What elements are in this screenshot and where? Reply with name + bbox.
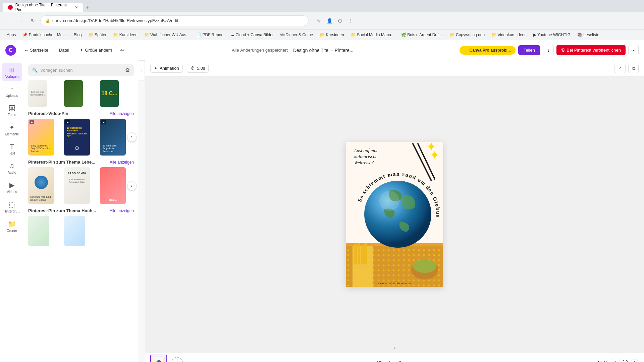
template-card-hoch2[interactable]	[64, 216, 85, 246]
bookmark-copywriting[interactable]: 📁 Copywriting neu	[447, 32, 487, 38]
animation-btn[interactable]: ✦ Animation	[150, 64, 183, 73]
video-pin-grid: ▶ Easy Valentines Day DIY Cards for Frie…	[28, 119, 134, 156]
tool-videos[interactable]: ▶ Videos	[2, 178, 22, 196]
menu-btn[interactable]: ⋮	[346, 16, 356, 25]
bookmark-pdf[interactable]: 📄 PDF Report	[194, 32, 226, 38]
clock-icon: ⏱	[191, 66, 195, 71]
template-card-hanukkah[interactable]: ▶ 18 Thoughtful Hanukkah Presents You Ca…	[64, 119, 90, 156]
bookmark-youtube[interactable]: ▶ Youtube WICHTIG	[531, 32, 573, 38]
canvas-viewport[interactable]: So schlemmt man rund um den Globus Lust …	[145, 76, 644, 353]
active-tab[interactable]: Design ohne Titel – Pinterest Pin ✕	[3, 3, 83, 12]
profile-btn[interactable]: 👤	[325, 16, 334, 25]
see-all-hoch[interactable]: Alle anzeigen	[110, 208, 134, 213]
new-tab-btn[interactable]: +	[83, 3, 91, 11]
bookmark-btn[interactable]: ☆	[314, 16, 323, 25]
svg-point-13	[364, 181, 431, 248]
bookmark-videokurs[interactable]: 📁 Videokurs Ideen	[489, 32, 529, 38]
bookmark-leseliste[interactable]: 📚 Leseliste	[575, 32, 602, 38]
svg-point-11	[413, 259, 436, 273]
more-options-btn[interactable]: ⋯	[628, 45, 639, 55]
tool-audio[interactable]: ♫ Audio	[2, 159, 22, 177]
tool-label-vorlagen: Vorlagen	[5, 75, 18, 78]
tool-more[interactable]: ⋯	[2, 357, 22, 362]
help-btn[interactable]: ?	[631, 359, 639, 362]
tool-fotos[interactable]: 🖼 Fotos	[2, 102, 22, 119]
template-card[interactable]: 18 C...	[100, 80, 119, 107]
template-card-globus[interactable]: schlemmt man rund um den Globus	[28, 167, 54, 204]
video-icon: ▶	[30, 120, 34, 124]
lock-icon: 🔒	[45, 18, 50, 23]
add-page-btn[interactable]: +	[171, 357, 183, 362]
next-btn-video[interactable]: ›	[127, 132, 137, 142]
panel-collapse-btn[interactable]: ‹	[138, 60, 145, 80]
nav-extras: ☆ 👤 ⬡ ⋮	[314, 16, 356, 25]
uploads-icon: ↑	[10, 85, 14, 93]
bookmark-bois[interactable]: 🌿 Bois d'Argent Duft...	[398, 32, 446, 38]
template-card[interactable]: Luft auf eine kulinarische...	[28, 80, 47, 107]
template-card-valentine[interactable]: ▶ Easy Valentines Day DIY Cards for Frie…	[28, 119, 54, 156]
refresh-btn[interactable]: ↻	[28, 16, 38, 25]
bookmark-kursideen[interactable]: 📁 Kursideen	[110, 32, 140, 38]
video-pin-templates: ▶ Easy Valentines Day DIY Cards for Frie…	[28, 119, 134, 156]
section-header-hoch: Pinterest-Pin zum Thema Hoch... Alle anz…	[28, 208, 134, 213]
bookmark-dinner[interactable]: 🍽 Dinner & Crime	[278, 32, 316, 38]
tool-ordner[interactable]: 📁 Ordner	[2, 217, 22, 235]
search-input[interactable]	[40, 68, 122, 73]
tab-close-btn[interactable]: ✕	[75, 5, 78, 10]
template-card-hoch1[interactable]	[28, 216, 49, 246]
page-thumbnail[interactable]	[150, 355, 167, 362]
tool-vorlagen[interactable]: ⊞ Vorlagen	[2, 63, 22, 81]
videos-icon: ▶	[9, 181, 14, 189]
zoom-level: 31 %	[596, 360, 609, 362]
design-name[interactable]: Design ohne Titel – Pintere...	[293, 48, 354, 53]
tool-hintergrund[interactable]: ⬚ Hintergru...	[2, 198, 22, 216]
forward-btn[interactable]: →	[16, 16, 25, 25]
template-card-heal[interactable]: Heal...	[100, 167, 126, 204]
file-btn[interactable]: Datei	[55, 46, 73, 55]
bookmark-social[interactable]: 📁 Social Media Mana...	[348, 32, 397, 38]
pinterest-publish-btn[interactable]: 𝕻 Bei Pinterest veröffentlichen	[556, 45, 626, 55]
vorlagen-icon: ⊞	[9, 66, 15, 74]
share-icon: ↗	[618, 66, 622, 71]
home-btn[interactable]: ← Startseite	[20, 46, 52, 55]
download-btn[interactable]: ↓	[543, 45, 554, 55]
see-all-video-pin[interactable]: Alle anzeigen	[110, 111, 134, 116]
bookmark-kursideen2[interactable]: 📁 Kursideen	[317, 32, 346, 38]
pinterest-icon: 𝕻	[561, 47, 565, 53]
back-btn[interactable]: ←	[4, 16, 13, 25]
share-btn[interactable]: Teilen	[518, 45, 540, 55]
search-box[interactable]: 🔍 ⚙	[28, 64, 134, 76]
bookmark-wahlfächer[interactable]: 📁 Wahlfächer WU Aus...	[142, 32, 192, 38]
share-canvas-btn[interactable]: ↗	[614, 64, 626, 73]
bookmark-cload[interactable]: ☁ Cload + Canva Bilder	[228, 32, 276, 38]
canva-pro-btn[interactable]: ⚡ Canva Pro ausprobi...	[460, 46, 516, 55]
duplicate-canvas-btn[interactable]: ⧉	[628, 64, 639, 73]
tool-text[interactable]: T Text	[2, 140, 22, 158]
bookmark-produktsuche[interactable]: 📌 Produktsuche - Mer...	[20, 32, 69, 38]
tool-elemente[interactable]: ✦ Elemente	[2, 121, 22, 139]
svg-text:www.wirklichtollezeite.de: www.wirklichtollezeite.de	[377, 282, 412, 285]
see-all-lebe[interactable]: Alle anzeigen	[110, 160, 134, 165]
extensions-btn[interactable]: ⬡	[335, 16, 345, 25]
fullscreen-btn[interactable]: ⛶	[623, 360, 628, 362]
template-card-dolcevita[interactable]: LA DOLCE VITA Eine kulinarische Reise du…	[64, 167, 90, 204]
resize-btn[interactable]: ✦ Größe ändern	[76, 46, 116, 55]
bookmark-blog[interactable]: Blog	[71, 32, 85, 38]
next-btn-lebe[interactable]: ›	[127, 181, 137, 190]
canvas-bottom: + Hinweise 31 % 1 ⛶ ?	[145, 353, 644, 362]
design-canvas[interactable]: So schlemmt man rund um den Globus Lust …	[346, 142, 443, 287]
page-count-btn[interactable]: 1	[612, 359, 620, 362]
filter-btn[interactable]: ⚙	[125, 67, 130, 73]
address-bar[interactable]: 🔒 canva.com/design/DAEduZHabHk/6lc-Rwfew…	[40, 15, 309, 26]
template-card-hanukkah2[interactable]: ▶ 23 Hanukkah Projects for Preschoo...	[100, 119, 126, 156]
bookmark-apps[interactable]: Apps	[4, 32, 18, 38]
undo-btn[interactable]: ↩	[119, 46, 126, 55]
template-card[interactable]	[64, 80, 83, 107]
lebe-templates: schlemmt man rund um den Globus LA DOLCE…	[28, 167, 134, 204]
duration-btn[interactable]: ⏱ 5.0s	[187, 64, 209, 73]
page-thumb-preview	[152, 357, 165, 362]
pro-icon: ⚡	[464, 48, 468, 52]
tool-uploads[interactable]: ↑ Uploads	[2, 82, 22, 100]
bookmark-später[interactable]: 📁 Später	[86, 32, 109, 38]
home-icon: ←	[24, 48, 29, 53]
